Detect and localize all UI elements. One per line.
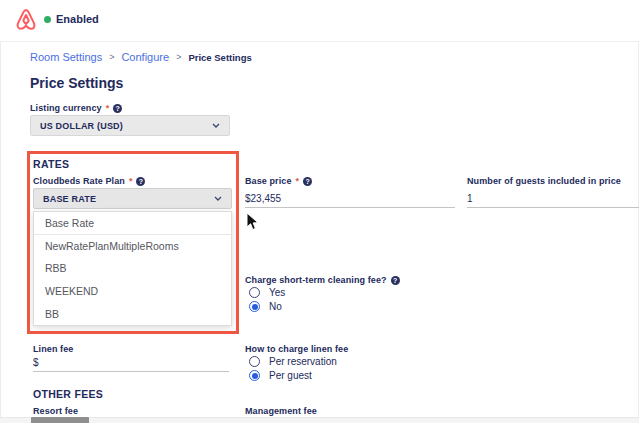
dropdown-option-weekend[interactable]: WEEKEND <box>34 280 231 303</box>
page-title: Price Settings <box>30 75 123 91</box>
linen-charge-option-per-reservation[interactable]: Per reservation <box>249 356 337 367</box>
rates-section-title: RATES <box>33 158 69 170</box>
base-price-label: Base price <box>245 176 292 186</box>
listing-currency-select[interactable]: US DOLLAR (USD) <box>30 115 230 136</box>
help-icon[interactable]: ? <box>303 177 312 186</box>
breadcrumb-configure[interactable]: Configure <box>121 51 169 63</box>
dropdown-option-base-rate[interactable]: Base Rate <box>34 212 231 235</box>
rate-plan-dropdown: Base Rate NewRatePlanMultipleRooms RBB W… <box>33 211 232 326</box>
listing-currency-label-row: Listing currency * ? <box>30 103 122 113</box>
cleaning-fee-label-row: Charge short-term cleaning fee? ? <box>245 275 400 285</box>
required-marker: * <box>129 176 133 186</box>
dropdown-option-bb[interactable]: BB <box>34 302 231 325</box>
required-marker: * <box>106 103 110 113</box>
listing-currency-label: Listing currency <box>30 103 102 113</box>
resort-fee-label-row: Resort fee <box>33 406 78 416</box>
radio-unselected-icon[interactable] <box>249 287 260 298</box>
breadcrumb-separator: > <box>109 52 114 62</box>
status-enabled-label: Enabled <box>56 13 99 25</box>
radio-selected-icon[interactable] <box>249 301 260 312</box>
chevron-down-icon <box>214 196 222 201</box>
guests-included-input[interactable]: 1 <box>467 193 473 204</box>
dropdown-option-newrateplanmultiplerooms[interactable]: NewRatePlanMultipleRooms <box>34 235 231 258</box>
breadcrumb: Room Settings > Configure > Price Settin… <box>30 51 252 63</box>
linen-fee-charge-label-row: How to charge linen fee <box>245 344 348 354</box>
rate-plan-label: Cloudbeds Rate Plan <box>33 176 125 186</box>
cleaning-fee-no-label: No <box>269 301 282 312</box>
chevron-down-icon <box>212 123 220 128</box>
resort-fee-input-cutoff[interactable] <box>31 417 89 423</box>
rate-plan-select[interactable]: BASE RATE <box>33 188 232 209</box>
linen-charge-option-per-guest[interactable]: Per guest <box>249 370 337 381</box>
required-marker: * <box>296 176 300 186</box>
linen-fee-charge-label: How to charge linen fee <box>245 344 348 354</box>
breadcrumb-separator: > <box>176 52 181 62</box>
cleaning-fee-radio-group: Yes No <box>249 287 285 312</box>
help-icon[interactable]: ? <box>113 104 122 113</box>
management-fee-label: Management fee <box>245 406 317 416</box>
linen-fee-charge-radio-group: Per reservation Per guest <box>249 356 337 381</box>
base-price-underline <box>245 207 455 208</box>
rate-plan-label-row: Cloudbeds Rate Plan * ? <box>33 176 145 186</box>
base-price-label-row: Base price * ? <box>245 176 312 186</box>
linen-fee-label: Linen fee <box>33 344 73 354</box>
other-fees-section-title: OTHER FEES <box>33 388 103 400</box>
breadcrumb-room-settings[interactable]: Room Settings <box>30 51 102 63</box>
management-fee-label-row: Management fee <box>245 406 317 416</box>
cleaning-fee-option-no[interactable]: No <box>249 301 285 312</box>
app-header: Enabled <box>0 0 639 42</box>
price-settings-page: Enabled Room Settings > Configure > Pric… <box>0 0 639 423</box>
cleaning-fee-yes-label: Yes <box>269 287 285 298</box>
airbnb-logo-icon <box>12 5 40 33</box>
cleaning-fee-label: Charge short-term cleaning fee? <box>245 275 387 285</box>
guests-included-label-row: Number of guests included in price <box>467 176 621 186</box>
cleaning-fee-option-yes[interactable]: Yes <box>249 287 285 298</box>
radio-selected-icon[interactable] <box>249 370 260 381</box>
linen-fee-underline <box>33 371 229 372</box>
dropdown-option-rbb[interactable]: RBB <box>34 257 231 280</box>
per-reservation-label: Per reservation <box>269 356 337 367</box>
help-icon[interactable]: ? <box>391 276 400 285</box>
listing-currency-value: US DOLLAR (USD) <box>40 121 123 131</box>
help-icon[interactable]: ? <box>136 177 145 186</box>
guests-included-underline <box>467 207 639 208</box>
linen-fee-label-row: Linen fee <box>33 344 73 354</box>
viewport-cutoff-strip <box>0 417 639 423</box>
rate-plan-value: BASE RATE <box>43 194 96 204</box>
base-price-input[interactable]: $23,455 <box>245 193 281 204</box>
per-guest-label: Per guest <box>269 370 312 381</box>
linen-fee-input[interactable]: $ <box>33 357 39 368</box>
mouse-cursor-icon <box>246 212 259 231</box>
resort-fee-label: Resort fee <box>33 406 78 416</box>
status-enabled-dot-icon <box>44 16 51 23</box>
breadcrumb-price-settings: Price Settings <box>188 52 251 63</box>
radio-unselected-icon[interactable] <box>249 356 260 367</box>
guests-included-label: Number of guests included in price <box>467 176 621 186</box>
